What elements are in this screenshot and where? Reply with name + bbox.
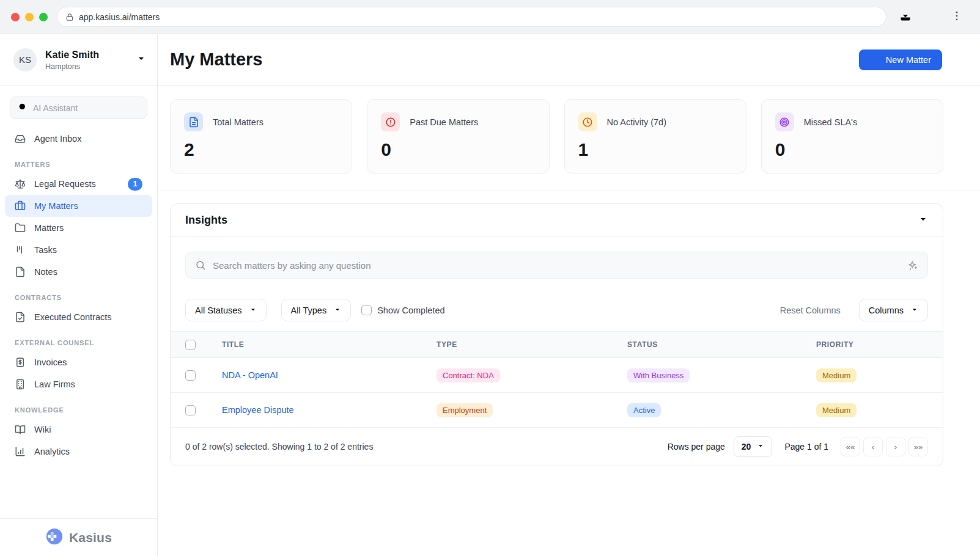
- status-filter-dropdown[interactable]: All Statuses: [185, 299, 267, 321]
- inbox-icon: [15, 133, 26, 144]
- search-icon: [18, 102, 28, 114]
- insights-title: Insights: [185, 214, 227, 227]
- sidebar-item-legal-requests[interactable]: Legal Requests 1: [5, 173, 152, 195]
- new-matter-button[interactable]: New Matter: [859, 49, 942, 70]
- download-icon[interactable]: [899, 10, 912, 24]
- ai-assistant-input[interactable]: [33, 103, 139, 113]
- book-open-icon: [15, 424, 26, 435]
- page-indicator: Page 1 of 1: [784, 442, 828, 452]
- chevron-down-icon: [911, 305, 918, 315]
- show-completed-checkbox[interactable]: [361, 305, 372, 315]
- zoom-window-button[interactable]: [39, 13, 48, 21]
- page-title: My Matters: [170, 49, 263, 70]
- stat-value: 1: [578, 139, 732, 160]
- select-all-checkbox[interactable]: [185, 340, 196, 350]
- status-badge: Active: [627, 403, 661, 417]
- sidebar: KS Katie Smith Hamptons Agent Inbox MATT…: [0, 34, 158, 556]
- sidebar-item-wiki[interactable]: Wiki: [5, 419, 152, 441]
- stat-card-total-matters: Total Matters 2: [170, 99, 352, 174]
- app-window: app.kasius.ai/matters KS Katie Smith Ham…: [0, 0, 980, 556]
- sidebar-item-executed-contracts[interactable]: Executed Contracts: [5, 306, 152, 328]
- status-badge: With Business: [627, 368, 690, 382]
- matter-title-link[interactable]: NDA - OpenAI: [222, 370, 437, 380]
- last-page-button[interactable]: »»: [908, 437, 928, 456]
- browser-menu-icon[interactable]: [951, 10, 963, 24]
- table-footer: 0 of 2 row(s) selected. Showing 1 to 2 o…: [171, 428, 943, 466]
- chevron-down-icon: [334, 305, 341, 315]
- scales-icon: [15, 178, 26, 189]
- stat-card-missed-sla: Missed SLA's 0: [761, 99, 943, 174]
- window-controls: [11, 13, 48, 21]
- row-checkbox[interactable]: [185, 405, 196, 415]
- brand-footer: Kasius: [0, 518, 157, 556]
- table-row[interactable]: NDA - OpenAI Contract: NDA With Business…: [171, 358, 943, 393]
- user-org: Hamptons: [45, 62, 99, 71]
- avatar: KS: [13, 48, 37, 71]
- next-page-button[interactable]: ›: [886, 437, 905, 456]
- kasius-logo-icon: [45, 527, 64, 548]
- collapse-chevron-icon[interactable]: [918, 214, 928, 227]
- brand-name: Kasius: [69, 530, 112, 545]
- stat-value: 0: [775, 139, 929, 160]
- kanban-icon: [15, 244, 26, 255]
- columns-dropdown[interactable]: Columns: [859, 299, 928, 321]
- alert-circle-icon: [381, 112, 400, 131]
- type-badge: Contract: NDA: [437, 368, 500, 382]
- sidebar-item-tasks[interactable]: Tasks: [5, 239, 152, 261]
- table-row[interactable]: Employee Dispute Employment Active Mediu…: [171, 393, 943, 428]
- user-profile[interactable]: KS Katie Smith Hamptons: [0, 34, 157, 86]
- section-title-knowledge: KNOWLEDGE: [15, 406, 142, 414]
- matters-table: TITLE TYPE STATUS PRIORITY NDA - OpenAI …: [171, 331, 943, 428]
- row-checkbox[interactable]: [185, 370, 196, 381]
- sidebar-item-agent-inbox[interactable]: Agent Inbox: [5, 128, 152, 150]
- reset-columns-button[interactable]: Reset Columns: [780, 305, 841, 315]
- type-filter-dropdown[interactable]: All Types: [281, 299, 352, 321]
- stat-value: 0: [381, 139, 535, 160]
- count-badge: 1: [128, 178, 142, 191]
- matters-search-bar[interactable]: [185, 252, 928, 279]
- matter-title-link[interactable]: Employee Dispute: [222, 405, 437, 415]
- url-text: app.kasius.ai/matters: [79, 12, 160, 22]
- sidebar-item-matters[interactable]: Matters: [5, 217, 152, 239]
- file-text-icon: [184, 112, 203, 131]
- clock-icon: [578, 112, 597, 131]
- priority-badge: Medium: [816, 368, 857, 382]
- sidebar-item-my-matters[interactable]: My Matters: [5, 195, 152, 217]
- chevron-down-icon: [757, 442, 764, 452]
- file-icon: [15, 266, 26, 277]
- browser-chrome: app.kasius.ai/matters: [0, 0, 980, 34]
- type-badge: Employment: [437, 403, 493, 417]
- main-content: My Matters New Matter Total Matters 2: [158, 34, 980, 556]
- rows-per-page-select[interactable]: 20: [734, 436, 773, 457]
- close-window-button[interactable]: [11, 13, 20, 21]
- rows-per-page-label: Rows per page: [668, 442, 725, 452]
- stat-card-no-activity: No Activity (7d) 1: [564, 99, 746, 174]
- sparkles-icon[interactable]: [907, 260, 918, 271]
- stats-row: Total Matters 2 Past Due Matters 0 No Ac…: [158, 86, 980, 191]
- plus-icon: [870, 54, 880, 65]
- chevron-down-icon: [136, 54, 146, 66]
- show-completed-toggle[interactable]: Show Completed: [361, 305, 444, 315]
- folder-icon: [15, 222, 26, 233]
- user-name: Katie Smith: [45, 49, 99, 61]
- target-icon: [775, 112, 794, 131]
- address-bar[interactable]: app.kasius.ai/matters: [57, 7, 886, 26]
- building-icon: [15, 379, 26, 390]
- search-icon: [195, 260, 206, 271]
- sidebar-item-analytics[interactable]: Analytics: [5, 441, 152, 463]
- insights-panel: Insights All Statuses: [170, 203, 943, 466]
- sidebar-item-law-firms[interactable]: Law Firms: [5, 373, 152, 395]
- sidebar-item-invoices[interactable]: Invoices: [5, 351, 152, 373]
- first-page-button[interactable]: ««: [841, 437, 860, 456]
- lock-icon: [65, 13, 74, 21]
- briefcase-icon: [15, 200, 26, 211]
- minimize-window-button[interactable]: [25, 13, 34, 21]
- matters-search-input[interactable]: [213, 260, 901, 271]
- sidebar-item-notes[interactable]: Notes: [5, 261, 152, 283]
- prev-page-button[interactable]: ‹: [863, 437, 883, 456]
- priority-badge: Medium: [816, 403, 857, 417]
- section-title-contracts: CONTRACTS: [15, 294, 142, 301]
- ai-assistant-search[interactable]: [10, 97, 147, 119]
- section-title-matters: MATTERS: [15, 161, 142, 168]
- new-tab-icon[interactable]: [925, 10, 937, 24]
